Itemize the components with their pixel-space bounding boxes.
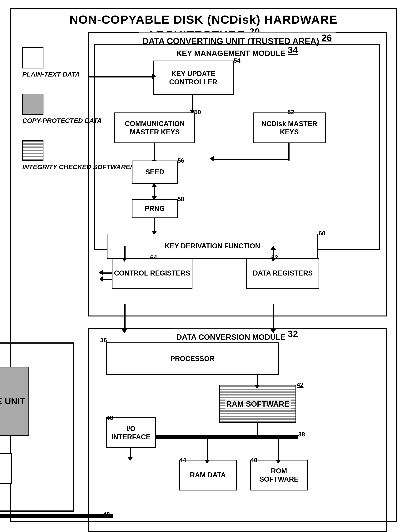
ref-60: 60 (319, 230, 326, 237)
seed-box: SEED (132, 161, 178, 184)
key-update-controller-box: KEY UPDATE CONTROLLER (153, 61, 234, 95)
ref-56: 56 (177, 157, 184, 164)
ref-58: 58 (177, 196, 184, 203)
arrowhead-bus-romsw (275, 460, 281, 463)
ref-48-outer: 48 (103, 511, 110, 518)
kdf-box: KEY DERIVATION FUNCTION (107, 234, 318, 258)
comm-master-keys-box: COMMUNICATION MASTER KEYS (114, 112, 195, 143)
ref-52: 52 (287, 109, 294, 116)
ref-44: 44 (179, 457, 186, 464)
arrowhead-ioi-bus (127, 457, 133, 461)
arrow-cr-proc (124, 304, 125, 330)
arrow-prng-kdf (154, 218, 155, 232)
ram-software-main-box: RAM SOFTWARE (219, 385, 296, 423)
dcm-box: DATA CONVERSION MODULE 32 36 PROCESSOR R… (88, 328, 387, 532)
arrow-dr-proc (273, 304, 274, 330)
control-registers-box: CONTROL REGISTERS (112, 258, 192, 289)
integrity-checked-box (22, 140, 43, 161)
untrusted-area: 30 UN-TRUSTED AREA DATA STORAGE UNIT 24 … (0, 342, 74, 512)
kmm-box: KEY MANAGEMENT MODULE 34 KEY UPDATE CONT… (94, 44, 380, 250)
arrowhead-ext-kuc (152, 74, 156, 79)
arrowhead-up-kdf-dr (271, 246, 276, 250)
rom-software-box: ROM SOFTWARE (250, 460, 308, 491)
ref-50: 50 (194, 109, 201, 116)
diagram-area: DATA CONVERTING UNIT (TRUSTED AREA) 26 K… (88, 32, 387, 512)
arrowhead-cr-proc (122, 329, 127, 333)
data-storage-unit-box: DATA STORAGE UNIT (0, 367, 29, 436)
arrowhead-kdf-cr (122, 258, 127, 262)
trusted-area-title: DATA CONVERTING UNIT (TRUSTED AREA) 26 (139, 32, 336, 46)
arrow-kdf-cr (124, 246, 125, 258)
ref-40: 40 (250, 457, 258, 464)
arrowhead-bus-ramdata (204, 460, 210, 463)
ram-data-box: RAM DATA (179, 460, 237, 491)
arrow-ncdmk-h (212, 159, 289, 160)
dcm-title: DATA CONVERSION MODULE 32 (173, 329, 301, 342)
arrow-ncdmk-v (288, 143, 290, 161)
arrow-ioi-bus (130, 448, 131, 458)
kmm-title: KEY MANAGEMENT MODULE 34 (173, 45, 301, 58)
copy-protected-box (22, 94, 43, 115)
data-registers-box: DATA REGISTERS (246, 258, 319, 289)
ref-38: 38 (298, 431, 305, 438)
ref-42: 42 (297, 381, 304, 388)
prng-box: PRNG (132, 199, 178, 218)
arrowhead-proc-ramsw (254, 385, 260, 389)
arrow-kuc-down (192, 95, 193, 110)
arrow-bus-romsw (278, 439, 279, 461)
main-thick-bus (0, 514, 113, 518)
arrowhead-ncdmk-seed (210, 156, 214, 161)
page: NON-COPYABLE DISK (NCDisk) HARDWARE ARCH… (0, 0, 407, 532)
arrowhead-ramsw-bus (254, 435, 260, 438)
ref-54: 54 (234, 57, 241, 64)
control-unit-box: CONTROL UNIT (0, 453, 12, 484)
ncdisk-master-keys-box: NCDisk MASTER KEYS (253, 112, 326, 143)
ref-46: 46 (106, 414, 113, 422)
arrow-bus-ramdata (207, 439, 208, 461)
arrowhead-cr-left-top (99, 270, 103, 275)
plain-text-box (22, 47, 43, 69)
arrow-proc-ramsw (257, 375, 258, 385)
arrow-ramsw-bus (257, 423, 258, 436)
main-border: NON-COPYABLE DISK (NCDisk) HARDWARE ARCH… (10, 8, 397, 522)
arrow-ext-kuc (89, 76, 153, 78)
io-interface-box: I/O INTERFACE (106, 417, 156, 448)
processor-box: PROCESSOR (106, 342, 279, 375)
trusted-area: DATA CONVERTING UNIT (TRUSTED AREA) 26 K… (88, 32, 387, 316)
arrowhead-cr-left-bot (99, 276, 103, 282)
arrowhead-down-kdf-dr (271, 258, 276, 262)
arrow-cmk-seed (154, 143, 155, 161)
arrowhead-up-seed (151, 183, 157, 187)
arrowhead-dr-proc (271, 329, 276, 333)
